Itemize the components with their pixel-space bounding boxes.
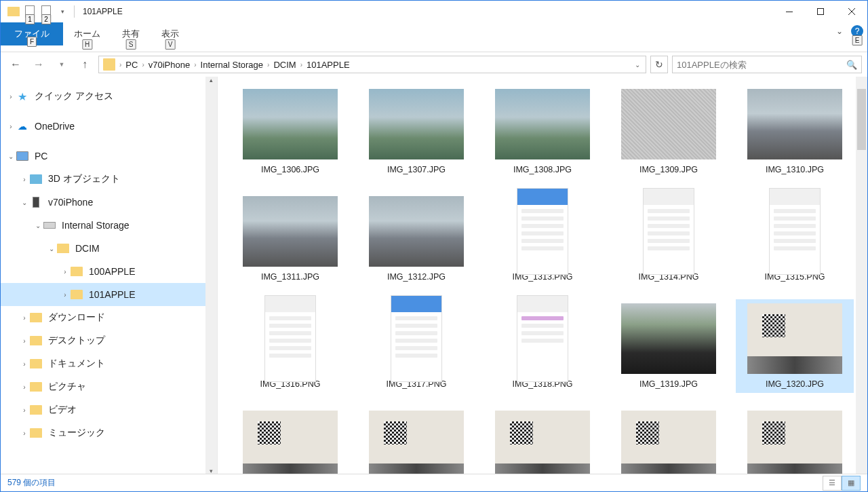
refresh-button[interactable]: ↻ [650, 56, 668, 73]
file-item[interactable] [231, 406, 349, 474]
file-item[interactable] [610, 406, 728, 474]
file-item[interactable]: IMG_1312.JPG [357, 192, 475, 286]
qat-customize-icon[interactable]: ▾ [55, 4, 70, 19]
window-title: 101APPLE [83, 7, 123, 16]
search-box[interactable]: 🔍 [672, 56, 862, 73]
file-thumbnail [495, 196, 590, 267]
crumb-device[interactable]: v70iPhone [146, 60, 193, 70]
file-item[interactable]: IMG_1320.JPG [736, 299, 854, 393]
tree-downloads[interactable]: ›ダウンロード [1, 306, 217, 329]
chevron-right-icon[interactable]: › [299, 61, 304, 69]
address-bar-row: ← → ▼ ↑ › PC › v70iPhone › Internal Stor… [1, 52, 867, 77]
tree-desktop[interactable]: ›デスクトップ [1, 329, 217, 352]
address-bar[interactable]: › PC › v70iPhone › Internal Storage › DC… [98, 56, 646, 73]
tree-dcim[interactable]: ⌄DCIM [1, 237, 217, 260]
address-dropdown-icon[interactable]: ⌄ [631, 61, 644, 69]
forward-button[interactable]: → [29, 55, 48, 74]
ribbon: ファイルF ホームH 共有S 表示V ⌄ ?E [1, 22, 867, 52]
crumb-101apple[interactable]: 101APPLE [304, 60, 353, 70]
tab-view[interactable]: 表示V [151, 22, 190, 44]
folder-icon [29, 358, 43, 370]
file-thumbnail [747, 303, 842, 374]
window-controls [774, 1, 867, 22]
file-item[interactable]: IMG_1307.JPG [357, 85, 475, 178]
thumbnails-view-button[interactable]: ▦ [842, 476, 861, 491]
chevron-right-icon[interactable]: › [118, 61, 123, 69]
file-thumbnail [621, 196, 716, 267]
tab-file[interactable]: ファイルF [1, 22, 63, 45]
view-toggle: ☰ ▦ [823, 476, 861, 491]
folder-icon [70, 265, 83, 278]
tree-onedrive[interactable]: ›☁OneDrive [1, 115, 217, 138]
status-bar: 579 個の項目 ☰ ▦ [1, 474, 867, 491]
qat-properties-icon[interactable]: 1 [22, 4, 37, 19]
folder-icon [29, 173, 43, 185]
file-item[interactable]: IMG_1313.PNG [484, 192, 601, 286]
file-item[interactable]: IMG_1315.PNG [736, 192, 854, 286]
tree-music[interactable]: ›ミュージック [1, 421, 217, 444]
crumb-pc[interactable]: PC [123, 60, 140, 70]
file-item[interactable]: IMG_1316.PNG [231, 299, 349, 393]
file-item[interactable]: IMG_1306.JPG [231, 85, 349, 178]
file-item[interactable]: IMG_1318.PNG [484, 299, 601, 393]
file-thumbnail [243, 411, 338, 474]
file-item[interactable]: IMG_1311.JPG [231, 192, 349, 286]
file-item[interactable]: IMG_1310.JPG [736, 85, 854, 178]
crumb-dcim[interactable]: DCIM [271, 60, 298, 70]
tree-100apple[interactable]: ›100APPLE [1, 260, 217, 283]
file-item[interactable]: IMG_1309.JPG [610, 85, 728, 178]
qat-folder-icon[interactable] [6, 4, 21, 19]
file-thumbnail [243, 196, 338, 267]
folder-icon [29, 404, 43, 416]
file-item[interactable]: IMG_1317.PNG [357, 299, 475, 393]
search-icon[interactable]: 🔍 [846, 60, 857, 70]
pc-icon [16, 150, 29, 162]
maximize-button[interactable] [805, 1, 836, 22]
crumb-internal[interactable]: Internal Storage [198, 60, 267, 70]
tree-device[interactable]: ⌄v70iPhone [1, 191, 217, 214]
file-label: IMG_1310.JPG [766, 165, 824, 174]
tab-share[interactable]: 共有S [111, 22, 151, 44]
chevron-right-icon[interactable]: › [193, 61, 197, 69]
up-button[interactable]: ↑ [75, 55, 94, 74]
file-label: IMG_1306.JPG [261, 165, 319, 174]
tree-pictures[interactable]: ›ピクチャ [1, 375, 217, 398]
tree-internal-storage[interactable]: ⌄Internal Storage [1, 214, 217, 237]
nav-scrollbar[interactable] [205, 77, 217, 474]
tree-3d-objects[interactable]: ›3D オブジェクト [1, 168, 217, 191]
minimize-button[interactable] [774, 1, 805, 22]
folder-icon [29, 427, 43, 439]
file-item[interactable] [357, 406, 475, 474]
file-item[interactable]: IMG_1308.JPG [484, 85, 601, 178]
search-input[interactable] [677, 60, 846, 70]
file-label: IMG_1320.JPG [766, 379, 824, 389]
file-thumbnail [243, 89, 338, 159]
item-count: 579 個の項目 [7, 477, 56, 489]
phone-icon [29, 196, 43, 208]
folder-icon [56, 242, 70, 254]
file-label: IMG_1312.JPG [387, 272, 446, 282]
file-item[interactable] [736, 406, 854, 474]
back-button[interactable]: ← [6, 55, 25, 74]
chevron-right-icon[interactable]: › [140, 61, 145, 69]
file-item[interactable]: IMG_1314.PNG [610, 192, 728, 286]
svg-rect-0 [786, 12, 793, 12]
file-thumbnail [369, 303, 464, 374]
file-item[interactable]: IMG_1319.JPG [610, 299, 728, 393]
close-button[interactable] [836, 1, 867, 22]
details-view-button[interactable]: ☰ [823, 476, 842, 491]
qat-new-icon[interactable]: 2 [39, 4, 54, 19]
ribbon-expand-icon[interactable]: ⌄ [832, 22, 847, 40]
content-scrollbar[interactable] [856, 77, 867, 474]
tree-documents[interactable]: ›ドキュメント [1, 352, 217, 375]
tree-101apple[interactable]: ›101APPLE [1, 283, 217, 306]
help-icon[interactable]: ?E [851, 25, 863, 37]
tab-home[interactable]: ホームH [63, 22, 111, 44]
file-thumbnail [747, 196, 842, 267]
tree-pc[interactable]: ⌄PC [1, 145, 217, 168]
recent-dropdown[interactable]: ▼ [52, 55, 71, 74]
chevron-right-icon[interactable]: › [266, 61, 271, 69]
file-item[interactable] [484, 406, 601, 474]
tree-quick-access[interactable]: ›★クイック アクセス [1, 85, 217, 108]
tree-videos[interactable]: ›ビデオ [1, 398, 217, 421]
